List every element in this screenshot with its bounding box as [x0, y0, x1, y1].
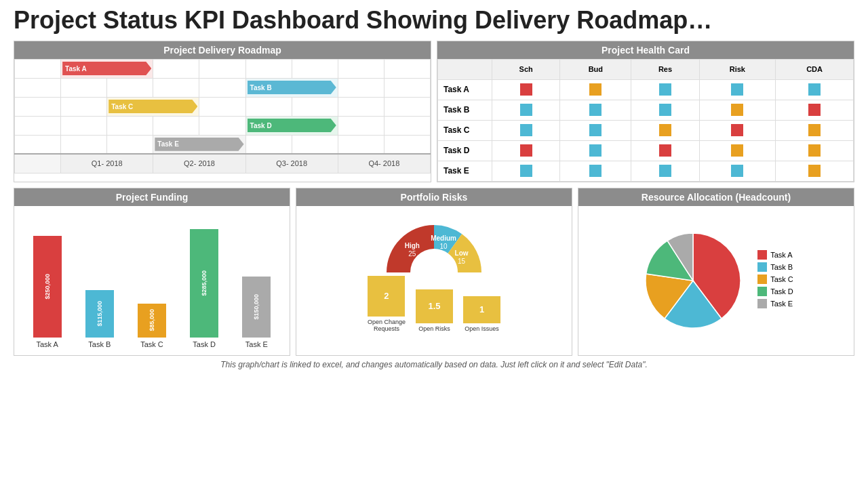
risk-bar: 1Open Issues — [463, 296, 500, 332]
svg-text:High: High — [405, 241, 420, 249]
risks-donut-chart: High25Medium10Low15 — [373, 211, 495, 276]
risks-panel: Portfolio Risks High25Medium10Low15 2Ope… — [296, 188, 572, 356]
funding-bar-task-c: $85,000Task C — [135, 304, 169, 348]
page-title: Project Status KPI Dashboard Showing Del… — [14, 7, 854, 34]
legend-item: Task D — [757, 287, 793, 296]
legend-item: Task E — [757, 299, 793, 308]
resource-panel: Resource Allocation (Headcount) Task ATa… — [578, 188, 854, 356]
funding-bar-task-e: $150,000Task E — [239, 277, 273, 348]
roadmap-header: Project Delivery Roadmap — [14, 41, 431, 59]
svg-text:Medium: Medium — [431, 234, 456, 241]
resource-inner: Task ATask BTask CTask DTask E — [578, 206, 854, 355]
resource-header: Resource Allocation (Headcount) — [578, 188, 854, 206]
health-table: SchBudResRiskCDA Task ATask BTask CTask … — [437, 59, 854, 182]
health-header: Project Health Card — [437, 41, 854, 59]
funding-bar-task-b: $115,000Task B — [83, 290, 117, 348]
funding-bar-task-a: $250,000Task A — [31, 236, 64, 348]
risk-bar: 2Open ChangeRequests — [368, 276, 406, 332]
legend-item: Task A — [757, 250, 793, 260]
roadmap-panel: Project Delivery Roadmap Task ATask BTas… — [14, 41, 431, 182]
svg-text:Low: Low — [455, 249, 469, 257]
legend-item: Task B — [757, 262, 793, 272]
risks-inner: High25Medium10Low15 2Open ChangeRequests… — [296, 206, 572, 338]
funding-bar-task-d: $285,000Task D — [187, 229, 221, 348]
svg-text:10: 10 — [439, 242, 448, 249]
risk-bar: 1.5Open Risks — [416, 289, 453, 332]
funding-header: Project Funding — [14, 188, 290, 206]
svg-text:15: 15 — [458, 258, 466, 265]
legend-item: Task C — [757, 274, 793, 284]
risks-header: Portfolio Risks — [296, 188, 572, 206]
resource-legend: Task ATask BTask CTask DTask E — [757, 250, 793, 311]
funding-panel: Project Funding $250,000Task A$115,000Ta… — [14, 188, 290, 356]
svg-text:25: 25 — [408, 249, 416, 257]
footer-note: This graph/chart is linked to excel, and… — [14, 360, 854, 369]
roadmap-table: Task ATask BTask CTask DTask EQ1- 2018Q2… — [14, 59, 431, 174]
funding-chart: $250,000Task A$115,000Task B$85,000Task … — [14, 206, 290, 355]
health-panel: Project Health Card SchBudResRiskCDA Tas… — [437, 41, 854, 182]
resource-pie-chart — [639, 226, 747, 335]
